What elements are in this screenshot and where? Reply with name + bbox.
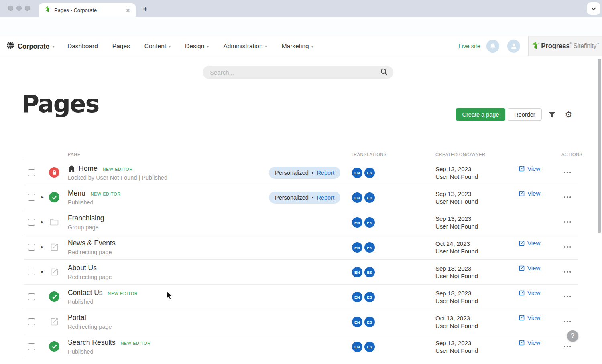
page-title-link[interactable]: Franchising [68, 214, 104, 222]
settings-button[interactable]: ⚙ [564, 110, 574, 119]
language-badge-en[interactable]: EN [352, 217, 362, 228]
language-badge-es[interactable]: ES [364, 242, 375, 253]
row-checkbox[interactable] [28, 318, 35, 325]
language-badge-es[interactable]: ES [364, 342, 375, 352]
translations-badges: ENES [352, 242, 375, 253]
table-row: Contact Us NEW EDITOR Published ENES Sep… [24, 285, 578, 309]
nav-item-marketing[interactable]: Marketing▾ [282, 42, 313, 50]
row-actions-menu[interactable] [564, 172, 571, 173]
row-actions-menu[interactable] [564, 196, 571, 198]
row-actions-menu[interactable] [564, 246, 571, 248]
window-minimize-button[interactable] [16, 6, 22, 11]
row-checkbox[interactable] [28, 219, 35, 226]
page-title-link[interactable]: Contact Us [68, 289, 103, 297]
row-actions-menu[interactable] [564, 321, 571, 322]
create-page-button[interactable]: Create a page [456, 108, 505, 121]
page-status-text: Locked by User Not Found | Published [68, 174, 167, 181]
page-status-text: Redirecting page [68, 249, 116, 255]
view-link[interactable]: View [519, 240, 540, 247]
view-link[interactable]: View [519, 165, 540, 172]
language-badge-es[interactable]: ES [364, 192, 375, 203]
expand-arrow-icon[interactable]: ▸ [41, 244, 44, 249]
language-badge-es[interactable]: ES [364, 168, 375, 178]
page-title-link[interactable]: News & Events [68, 239, 116, 247]
new-editor-badge: NEW EDITOR [91, 190, 121, 196]
view-link[interactable]: View [519, 190, 540, 197]
language-badge-es[interactable]: ES [364, 292, 375, 302]
language-badge-en[interactable]: EN [352, 192, 362, 203]
nav-item-pages[interactable]: Pages [112, 42, 130, 50]
page-status-text: Published [68, 299, 138, 305]
created-date: Sep 13, 2023 [435, 165, 478, 173]
personalized-badge: Personalized • Report [269, 192, 340, 204]
row-actions-menu[interactable] [564, 221, 571, 223]
row-actions-menu[interactable] [564, 346, 571, 347]
scrollbar-thumb[interactable] [598, 59, 601, 233]
gear-icon: ⚙ [565, 111, 573, 119]
language-badge-en[interactable]: EN [352, 168, 362, 178]
row-checkbox[interactable] [28, 293, 35, 300]
window-close-button[interactable] [8, 6, 13, 11]
owner-name: User Not Found [435, 173, 478, 180]
published-icon [49, 341, 59, 352]
page-title-link[interactable]: About Us [68, 264, 97, 272]
language-badge-en[interactable]: EN [352, 342, 362, 352]
nav-item-design[interactable]: Design▾ [185, 42, 209, 50]
expand-arrow-icon[interactable]: ▸ [41, 269, 44, 274]
view-link[interactable]: View [519, 339, 540, 346]
reorder-button[interactable]: Reorder [508, 108, 542, 121]
mouse-cursor [167, 291, 173, 302]
nav-item-dashboard[interactable]: Dashboard [67, 42, 98, 50]
language-badge-en[interactable]: EN [352, 267, 362, 277]
language-badge-en[interactable]: EN [352, 242, 362, 253]
chevron-down-icon: ▾ [311, 44, 313, 49]
brand-sitefinity-text: Sitefinity™ [573, 42, 599, 50]
page-title-link[interactable]: Menu [68, 189, 85, 198]
language-badge-es[interactable]: ES [364, 217, 375, 228]
filter-button[interactable] [547, 110, 557, 119]
page-title-link[interactable]: Search Results [68, 338, 116, 347]
row-checkbox[interactable] [28, 169, 35, 176]
page-status-text: Group page [68, 224, 104, 231]
nav-item-administration[interactable]: Administration▾ [223, 42, 267, 50]
window-controls[interactable] [8, 6, 30, 11]
search-bar[interactable] [203, 66, 393, 79]
page-title-link[interactable]: Home [79, 164, 98, 173]
notifications-button[interactable] [486, 40, 499, 53]
language-badge-es[interactable]: ES [364, 317, 375, 327]
language-badge-es[interactable]: ES [364, 267, 375, 277]
view-link[interactable]: View [519, 289, 540, 296]
view-link[interactable]: View [519, 314, 540, 321]
help-button[interactable]: ? [567, 330, 578, 342]
table-row: ▸ News & Events Red [24, 235, 578, 260]
tab-close-icon[interactable]: × [124, 7, 132, 14]
table-row: Home NEW EDITOR Locked by User Not Found… [24, 160, 578, 185]
nav-item-content[interactable]: Content▾ [144, 42, 171, 50]
search-input[interactable] [210, 69, 380, 76]
expand-arrow-icon[interactable]: ▸ [41, 219, 44, 224]
view-link[interactable]: View [519, 265, 540, 271]
language-badge-en[interactable]: EN [352, 292, 362, 302]
row-checkbox[interactable] [28, 194, 35, 201]
window-zoom-button[interactable] [25, 6, 30, 11]
tab-search-button[interactable] [587, 2, 600, 15]
table-header: PAGE TRANSLATIONS CREATED ON/OWNER ACTIO… [24, 151, 578, 160]
page-title-link[interactable]: Portal [68, 313, 86, 322]
site-selector[interactable]: Corporate ▾ [6, 36, 55, 56]
row-actions-menu[interactable] [564, 271, 571, 273]
new-tab-button[interactable]: + [140, 4, 151, 15]
chevron-down-icon [591, 7, 596, 10]
published-icon [49, 192, 59, 202]
live-site-link[interactable]: Live site [458, 42, 480, 49]
report-link[interactable]: Report [317, 194, 334, 201]
expand-arrow-icon[interactable]: ▸ [41, 194, 44, 200]
report-link[interactable]: Report [317, 170, 334, 176]
row-actions-menu[interactable] [564, 296, 571, 297]
browser-tab[interactable]: Pages - Corporate × [39, 3, 136, 17]
row-checkbox[interactable] [28, 269, 35, 275]
account-button[interactable] [507, 40, 520, 53]
language-badge-en[interactable]: EN [352, 317, 362, 327]
row-checkbox[interactable] [28, 244, 35, 251]
search-icon[interactable] [380, 68, 388, 77]
row-checkbox[interactable] [28, 343, 35, 350]
